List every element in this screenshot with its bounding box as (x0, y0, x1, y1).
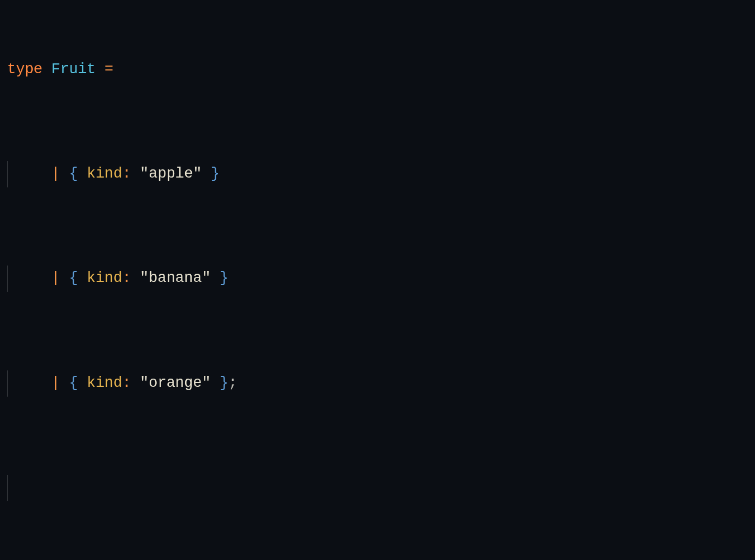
code-line[interactable]: | { kind: "apple" } (7, 161, 755, 187)
indent-guide (7, 370, 8, 397)
string-literal: "apple" (140, 161, 202, 187)
brace-open: { (69, 266, 78, 292)
keyword-type: type (7, 57, 43, 83)
brace-close: } (220, 266, 228, 292)
union-pipe: | (51, 161, 60, 187)
code-editor[interactable]: type Fruit = | { kind: "apple" } | { kin… (0, 0, 755, 560)
union-pipe: | (51, 370, 60, 397)
type-name: Fruit (51, 57, 96, 83)
property-name: kind (87, 161, 122, 187)
operator-equals: = (104, 57, 113, 83)
string-literal: "banana" (140, 266, 211, 292)
colon: : (122, 266, 131, 292)
semicolon: ; (228, 370, 237, 397)
code-line[interactable]: | { kind: "orange" }; (7, 370, 755, 397)
property-name: kind (87, 370, 122, 397)
brace-open: { (69, 370, 78, 397)
indent-guide (7, 266, 8, 292)
brace-close: } (211, 161, 220, 187)
indent-guide (7, 475, 8, 501)
indent-guide (7, 161, 8, 187)
colon: : (122, 370, 131, 397)
union-pipe: | (51, 266, 60, 292)
brace-open: { (69, 161, 78, 187)
string-literal: "orange" (140, 370, 211, 397)
code-line-empty[interactable] (7, 475, 755, 501)
colon: : (122, 161, 131, 187)
property-name: kind (87, 266, 122, 292)
code-line[interactable]: type Fruit = (7, 57, 755, 83)
brace-close: } (220, 370, 228, 397)
code-line[interactable]: | { kind: "banana" } (7, 266, 755, 292)
